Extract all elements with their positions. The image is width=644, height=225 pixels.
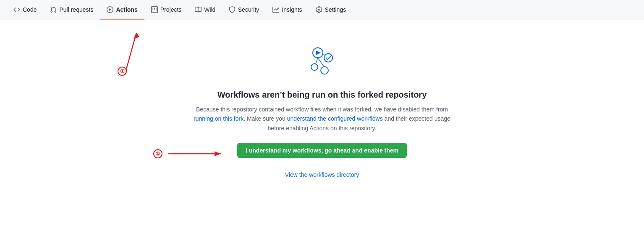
svg-marker-11: [215, 151, 221, 156]
page-description: Because this repository contained workfl…: [192, 105, 452, 133]
svg-line-8: [318, 58, 324, 66]
enable-workflows-button[interactable]: I understand my workflows, go ahead and …: [237, 143, 407, 158]
svg-point-4: [324, 54, 332, 62]
annotation-circle-1: ①: [118, 67, 127, 76]
security-icon: [229, 6, 236, 13]
nav-item-security-label: Security: [238, 6, 259, 13]
nav-item-projects-label: Projects: [160, 6, 182, 13]
view-workflows-link[interactable]: View the workflows directory: [285, 171, 359, 178]
annotation-circle-2: ②: [153, 149, 162, 158]
annotation-2: ②: [153, 147, 227, 160]
nav-item-pull-requests-label: Pull requests: [59, 6, 93, 13]
page-heading: Workflows aren’t being run on this forke…: [217, 90, 427, 100]
code-icon: [13, 6, 20, 13]
nav-item-projects[interactable]: Projects: [144, 0, 188, 20]
nav-item-wiki-label: Wiki: [204, 6, 215, 13]
svg-point-5: [311, 64, 318, 70]
nav-item-code-label: Code: [23, 6, 37, 13]
nav-item-settings[interactable]: Settings: [309, 0, 353, 20]
svg-point-6: [321, 67, 328, 74]
projects-icon: [151, 6, 158, 13]
nav-bar: Code Pull requests Actions Projects: [0, 0, 644, 20]
settings-icon: [316, 6, 322, 13]
nav-item-insights-label: Insights: [282, 6, 302, 13]
annotation-1: ①: [113, 24, 147, 76]
wiki-icon: [195, 6, 202, 13]
nav-item-pull-requests[interactable]: Pull requests: [43, 0, 100, 20]
svg-marker-1: [134, 33, 139, 39]
main-content: ① Workflows aren’t being run on this for…: [0, 20, 644, 195]
nav-item-wiki[interactable]: Wiki: [188, 0, 222, 20]
nav-item-actions-label: Actions: [116, 6, 137, 13]
svg-line-7: [316, 58, 318, 64]
svg-line-9: [323, 54, 325, 54]
button-row: ② I understand my workflows, go ahead an…: [237, 143, 407, 165]
nav-item-actions[interactable]: Actions: [100, 0, 144, 20]
nav-item-insights[interactable]: Insights: [266, 0, 309, 20]
nav-item-settings-label: Settings: [325, 6, 346, 13]
insights-icon: [272, 6, 279, 13]
nav-item-code[interactable]: Code: [7, 0, 43, 20]
actions-workflow-graphic: [305, 45, 339, 80]
actions-nav-icon: [107, 6, 113, 13]
nav-item-security[interactable]: Security: [222, 0, 266, 20]
pull-request-icon: [50, 6, 57, 13]
